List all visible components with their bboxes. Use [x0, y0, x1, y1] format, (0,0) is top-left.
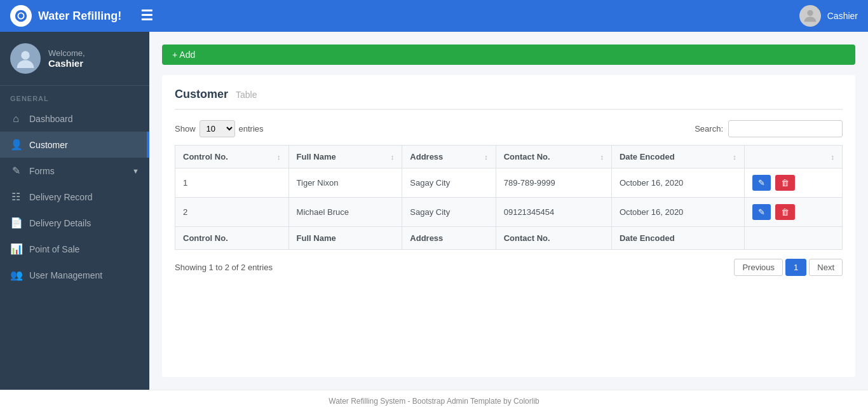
- edit-button[interactable]: ✎: [752, 204, 771, 220]
- sidebar-item-customer[interactable]: 👤 Customer: [0, 132, 149, 158]
- avatar: [799, 5, 821, 27]
- col-full-name: Full Name ↕: [288, 146, 402, 168]
- brand-title: Water Refilling!: [38, 10, 121, 23]
- footer-col-date-encoded: Date Encoded: [611, 227, 744, 250]
- cell-full-name: Tiger Nixon: [288, 168, 402, 198]
- cell-date-encoded: October 16, 2020: [611, 198, 744, 227]
- table-header-row: Control No. ↕ Full Name ↕: [175, 146, 843, 168]
- search-input[interactable]: [728, 120, 843, 137]
- footer-col-address: Address: [402, 227, 496, 250]
- sidebar: Welcome, Cashier GENERAL ⌂ Dashboard 👤 C…: [0, 32, 149, 390]
- sidebar-label-dashboard: Dashboard: [29, 114, 73, 124]
- footer-text: Water Refilling System - Bootstrap Admin…: [329, 397, 539, 406]
- sidebar-section-label: GENERAL: [0, 86, 149, 106]
- sort-icon-address: ↕: [484, 153, 488, 161]
- sidebar-item-dashboard[interactable]: ⌂ Dashboard: [0, 106, 149, 132]
- footer: Water Refilling System - Bootstrap Admin…: [0, 390, 868, 412]
- main-content: + Add Customer Table Show 10 25 50 100 e…: [149, 32, 868, 390]
- search-label: Search:: [695, 124, 723, 134]
- cell-date-encoded: October 16, 2020: [611, 168, 744, 198]
- hamburger-icon[interactable]: ☰: [140, 8, 153, 24]
- sidebar-profile: Welcome, Cashier: [0, 32, 149, 86]
- show-label: Show: [175, 124, 196, 134]
- sort-icon-contact-no: ↕: [600, 153, 604, 161]
- col-control-no: Control No. ↕: [175, 146, 289, 168]
- sidebar-avatar: [10, 43, 41, 74]
- svg-point-3: [21, 51, 29, 59]
- sidebar-item-forms[interactable]: ✎ Forms ▼: [0, 158, 149, 184]
- list-icon: ☷: [10, 191, 22, 203]
- chevron-down-icon: ▼: [132, 167, 139, 175]
- cell-full-name: Michael Bruce: [288, 198, 402, 227]
- table-footer-row: Control No. Full Name Address Contact No…: [175, 227, 843, 250]
- cell-control-no: 2: [175, 198, 289, 227]
- sidebar-label-user-management: User Management: [29, 270, 102, 280]
- pagination-row: Showing 1 to 2 of 2 entries Previous 1 N…: [175, 259, 843, 276]
- users-icon: 👥: [10, 269, 22, 281]
- customer-card: Customer Table Show 10 25 50 100 entries…: [162, 75, 855, 377]
- delete-button[interactable]: 🗑: [775, 204, 795, 220]
- sort-icon-full-name: ↕: [391, 153, 395, 161]
- sidebar-label-point-of-sale: Point of Sale: [29, 244, 79, 254]
- layout: Welcome, Cashier GENERAL ⌂ Dashboard 👤 C…: [0, 32, 868, 390]
- delete-button[interactable]: 🗑: [775, 175, 795, 191]
- footer-col-control-no: Control No.: [175, 227, 289, 250]
- cell-address: Sagay City: [402, 168, 496, 198]
- table-row: 1 Tiger Nixon Sagay City 789-789-9999 Oc…: [175, 168, 843, 198]
- cell-actions: ✎ 🗑: [744, 198, 842, 227]
- cell-control-no: 1: [175, 168, 289, 198]
- sidebar-item-user-management[interactable]: 👥 User Management: [0, 262, 149, 288]
- cell-actions: ✎ 🗑: [744, 168, 842, 198]
- sidebar-label-customer: Customer: [29, 140, 68, 150]
- previous-button[interactable]: Previous: [734, 259, 783, 276]
- footer-col-full-name: Full Name: [288, 227, 402, 250]
- navbar: Water Refilling! ☰ Cashier: [0, 0, 868, 32]
- search-control: Search:: [695, 120, 843, 137]
- person-icon: 👤: [10, 139, 22, 151]
- house-icon: ⌂: [10, 113, 22, 125]
- svg-point-1: [807, 10, 813, 16]
- page-title: Customer: [175, 88, 228, 101]
- pencil-icon: ✎: [10, 165, 22, 177]
- entries-select[interactable]: 10 25 50 100: [200, 120, 235, 137]
- brand: Water Refilling! ☰: [10, 5, 799, 27]
- sort-icon-date-encoded: ↕: [733, 153, 736, 161]
- sidebar-label-delivery-record: Delivery Record: [29, 192, 93, 202]
- sidebar-item-delivery-record[interactable]: ☷ Delivery Record: [0, 184, 149, 210]
- page-1-button[interactable]: 1: [785, 259, 806, 276]
- sort-icon-control-no: ↕: [277, 153, 281, 161]
- add-button[interactable]: + Add: [162, 45, 855, 65]
- show-entries-control: Show 10 25 50 100 entries: [175, 120, 264, 137]
- cell-contact-no: 789-789-9999: [496, 168, 611, 198]
- footer-col-contact-no: Contact No.: [496, 227, 611, 250]
- sort-icon-actions: ↕: [831, 153, 835, 161]
- next-button[interactable]: Next: [809, 259, 843, 276]
- cell-contact-no: 09121345454: [496, 198, 611, 227]
- col-address: Address ↕: [402, 146, 496, 168]
- brand-icon: [10, 5, 32, 27]
- page-subtitle: Table: [236, 90, 257, 100]
- footer-col-actions: [744, 227, 842, 250]
- pagination-controls: Previous 1 Next: [734, 259, 843, 276]
- entries-label: entries: [239, 124, 264, 134]
- sidebar-label-delivery-details: Delivery Details: [29, 218, 91, 228]
- sidebar-label-forms: Forms: [29, 166, 55, 176]
- sidebar-username: Cashier: [48, 58, 85, 69]
- col-date-encoded: Date Encoded ↕: [611, 146, 744, 168]
- chart-icon: 📊: [10, 243, 22, 255]
- customer-table: Control No. ↕ Full Name ↕: [175, 145, 843, 250]
- sidebar-item-point-of-sale[interactable]: 📊 Point of Sale: [0, 236, 149, 262]
- table-controls: Show 10 25 50 100 entries Search:: [175, 120, 843, 137]
- sidebar-profile-text: Welcome, Cashier: [48, 48, 85, 69]
- cell-address: Sagay City: [402, 198, 496, 227]
- sidebar-welcome: Welcome,: [48, 48, 85, 58]
- showing-entries: Showing 1 to 2 of 2 entries: [175, 263, 273, 272]
- table-row: 2 Michael Bruce Sagay City 09121345454 O…: [175, 198, 843, 227]
- col-contact-no: Contact No. ↕: [496, 146, 611, 168]
- file-icon: 📄: [10, 217, 22, 229]
- navbar-user: Cashier: [827, 11, 858, 21]
- sidebar-item-delivery-details[interactable]: 📄 Delivery Details: [0, 210, 149, 236]
- edit-button[interactable]: ✎: [752, 175, 771, 191]
- col-actions: ↕: [744, 146, 842, 168]
- svg-point-0: [15, 10, 27, 22]
